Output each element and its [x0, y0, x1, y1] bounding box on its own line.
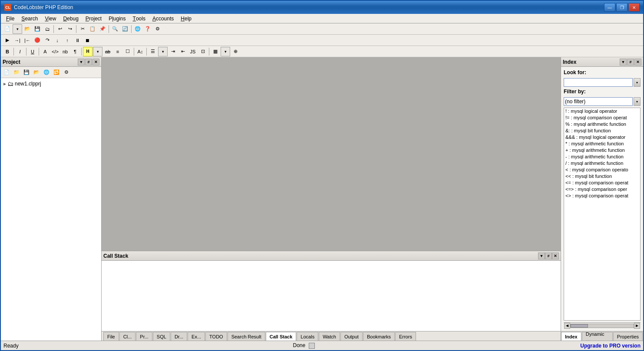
- tb-save[interactable]: 💾: [33, 24, 42, 34]
- tb-cut[interactable]: ✂: [78, 24, 87, 34]
- tab-pr[interactable]: Pr...: [136, 332, 152, 341]
- tb-table[interactable]: ▦: [211, 47, 220, 56]
- index-item-6[interactable]: + : mysql arithmetic function: [564, 147, 640, 154]
- tab-bookmarks[interactable]: Bookmarks: [363, 332, 395, 341]
- tb-unindent[interactable]: |←: [23, 36, 32, 45]
- tb-h-dropdown[interactable]: ▾: [93, 47, 102, 56]
- tb-highlight[interactable]: H: [83, 47, 92, 56]
- tb-step-over[interactable]: ↷: [43, 36, 52, 45]
- index-tab-properties[interactable]: Properties: [613, 332, 643, 341]
- panel-close[interactable]: ✕: [92, 59, 99, 66]
- menu-project[interactable]: Project: [82, 14, 105, 23]
- index-item-9[interactable]: < : mysql comparison operato: [564, 167, 640, 173]
- index-item-12[interactable]: <=> : mysql comparison oper: [564, 186, 640, 193]
- index-item-0[interactable]: ! : mysql logical operator: [564, 108, 640, 115]
- tb-border[interactable]: ☐: [123, 47, 132, 56]
- tb-run[interactable]: ▶: [3, 36, 12, 45]
- tb-js[interactable]: JS: [188, 47, 198, 56]
- tb-align[interactable]: ≡: [113, 47, 122, 56]
- tb-color[interactable]: A: [40, 47, 50, 56]
- index-list[interactable]: ! : mysql logical operator != : mysql co…: [564, 108, 641, 321]
- index-pin[interactable]: ▼: [620, 59, 627, 66]
- index-item-2[interactable]: % : mysql arithmetic function: [564, 121, 640, 128]
- tb-table-dropdown[interactable]: ▾: [221, 47, 230, 56]
- menu-view[interactable]: View: [41, 14, 59, 23]
- menu-search[interactable]: Search: [18, 14, 41, 23]
- index-item-10[interactable]: << : mysql bit function: [564, 173, 640, 180]
- minimize-button[interactable]: —: [604, 3, 615, 12]
- proj-save-icon[interactable]: 💾: [22, 68, 31, 77]
- filter-input[interactable]: [564, 97, 633, 106]
- index-item-11[interactable]: <= : mysql comparison operat: [564, 180, 640, 186]
- tb-pause[interactable]: ⏸: [73, 36, 82, 45]
- index-item-4[interactable]: &&& : mysql logical operator: [564, 134, 640, 141]
- tb-new-dropdown[interactable]: ▾: [13, 24, 22, 34]
- index-item-7[interactable]: - : mysql arithmetic function: [564, 154, 640, 160]
- index-item-5[interactable]: * : mysql arithmetic function: [564, 141, 640, 147]
- tb-indent2[interactable]: ⇥: [168, 47, 178, 56]
- hscroll-right[interactable]: ▶: [634, 323, 640, 329]
- tb-step-out[interactable]: ↑: [63, 36, 72, 45]
- menu-tools[interactable]: Tools: [129, 14, 149, 23]
- index-close[interactable]: ✕: [634, 59, 641, 66]
- menu-file[interactable]: File: [3, 14, 18, 23]
- proj-new-folder-icon[interactable]: 📁: [12, 68, 21, 77]
- index-tab-index[interactable]: Index: [561, 332, 581, 341]
- restore-button[interactable]: ❐: [616, 3, 627, 12]
- upgrade-link[interactable]: Upgrade to PRO version: [580, 343, 641, 349]
- tb-browser[interactable]: 🌐: [133, 24, 142, 34]
- tb-font-size[interactable]: A↕: [135, 47, 145, 56]
- call-stack-close[interactable]: ✕: [552, 253, 559, 259]
- tb-replace[interactable]: 🔄: [120, 24, 130, 34]
- tab-search-result[interactable]: Search Result: [228, 332, 265, 341]
- panel-float[interactable]: #: [85, 59, 92, 66]
- proj-new-file-icon[interactable]: 📄: [2, 68, 11, 77]
- look-for-input[interactable]: [564, 78, 633, 87]
- index-item-13[interactable]: <> : mysql comparison operat: [564, 193, 640, 199]
- tab-locals[interactable]: Locals: [297, 332, 318, 341]
- tb-extra2[interactable]: ⊕: [231, 47, 240, 56]
- index-item-8[interactable]: / : mysql arithmetic function: [564, 160, 640, 167]
- tb-redo[interactable]: ↪: [65, 24, 75, 34]
- tab-cl[interactable]: Cl...: [119, 332, 136, 341]
- tb-del[interactable]: ab: [103, 47, 112, 56]
- menu-accounts[interactable]: Accounts: [149, 14, 177, 23]
- tb-indent[interactable]: →|: [13, 36, 22, 45]
- tb-undo[interactable]: ↩: [55, 24, 65, 34]
- filter-dropdown[interactable]: ▾: [634, 97, 641, 106]
- proj-globe-icon[interactable]: 🌐: [42, 68, 51, 77]
- proj-add-icon[interactable]: 📂: [32, 68, 41, 77]
- index-hscroll[interactable]: ◀ ▶: [564, 322, 641, 328]
- tb-save-all[interactable]: 🗂: [43, 24, 52, 34]
- tb-italic[interactable]: I: [15, 47, 25, 56]
- tb-extra[interactable]: ⚙: [153, 24, 162, 34]
- tab-file[interactable]: File: [103, 332, 119, 341]
- tb-outdent[interactable]: ⇤: [178, 47, 188, 56]
- tb-format-p[interactable]: ¶: [70, 47, 80, 56]
- menu-help[interactable]: Help: [177, 14, 195, 23]
- index-item-3[interactable]: &: : mysql bit function: [564, 128, 640, 134]
- tb-underline[interactable]: U: [28, 47, 37, 56]
- tb-copy[interactable]: 📋: [88, 24, 97, 34]
- index-item-1[interactable]: != : mysql comparison operat: [564, 115, 640, 121]
- tab-ex[interactable]: Ex...: [188, 332, 205, 341]
- tb-find[interactable]: 🔍: [110, 24, 120, 34]
- tb-breakpoint[interactable]: 🔴: [33, 36, 42, 45]
- editor-area[interactable]: [102, 57, 561, 251]
- menu-debug[interactable]: Debug: [59, 14, 82, 23]
- tb-code[interactable]: </>: [50, 47, 60, 56]
- tb-step-into[interactable]: ↓: [53, 36, 62, 45]
- tab-dr[interactable]: Dr...: [171, 332, 187, 341]
- index-tab-dynamic[interactable]: Dynamic ...: [582, 332, 613, 341]
- menu-plugins[interactable]: Plugins: [105, 14, 129, 23]
- tab-output[interactable]: Output: [340, 332, 363, 341]
- look-for-dropdown[interactable]: ▾: [634, 78, 641, 87]
- tab-call-stack[interactable]: Call Stack: [266, 332, 297, 341]
- tree-item-project[interactable]: ▶ 🗂 new1.clpprj: [3, 80, 99, 88]
- tb-format-nb[interactable]: nb: [60, 47, 70, 56]
- tb-help[interactable]: ❓: [143, 24, 152, 34]
- tb-stop[interactable]: ⏹: [83, 36, 92, 45]
- tb-list-dropdown[interactable]: ▾: [158, 47, 168, 56]
- tb-bold[interactable]: B: [3, 47, 12, 56]
- call-stack-pin[interactable]: ▼: [538, 253, 545, 259]
